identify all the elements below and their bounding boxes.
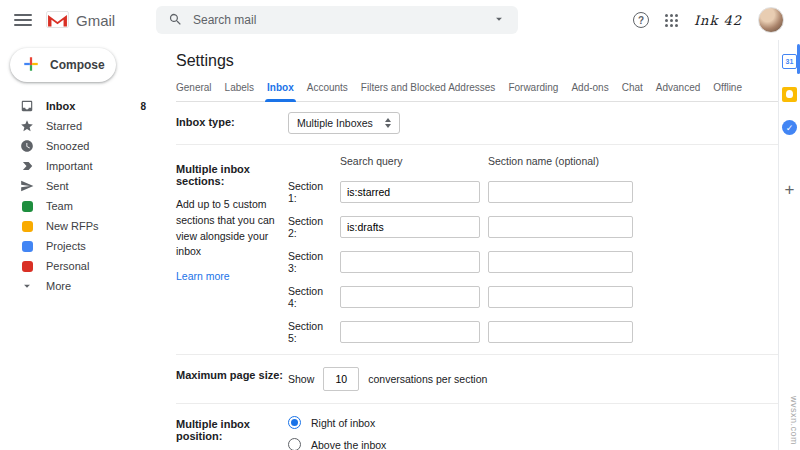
right-side-panel: 31 ✓ + [778,40,800,450]
calendar-icon[interactable]: 31 [782,54,797,69]
sidebar-item[interactable]: Important [0,156,160,176]
search-options-chevron-icon[interactable] [492,12,506,28]
sections-table: Search query Section name (optional) Sec… [288,155,633,344]
section-query-input[interactable] [340,181,480,203]
settings-tab[interactable]: Accounts [307,82,348,93]
settings-tab[interactable]: Offline [713,82,742,93]
inbox-type-row: Inbox type: Multiple Inboxes [176,102,778,145]
sidebar-item-icon [20,239,34,253]
sidebar-item-icon [20,119,34,133]
section-name-input[interactable] [488,251,633,273]
search-bar[interactable] [156,6,518,34]
section-query-input[interactable] [340,286,480,308]
sidebar-nav: Inbox 8 Starred Snoozed Important Sen [0,96,160,296]
radio-icon [288,438,301,450]
watermark: wvsxn.com [789,396,799,445]
sidebar-item-label: Team [46,200,73,212]
settings-tab[interactable]: Labels [225,82,254,93]
settings-tab[interactable]: Filters and Blocked Addresses [361,82,496,93]
sidebar-item[interactable]: New RFPs [0,216,160,236]
apps-grid-icon[interactable] [665,14,678,27]
sidebar-item-label: Starred [46,120,82,132]
compose-plus-icon [22,55,40,75]
position-option-label: Right of inbox [311,417,375,429]
tasks-icon[interactable]: ✓ [782,120,797,135]
sidebar-item-label: Personal [46,260,89,272]
inbox-type-select[interactable]: Multiple Inboxes [288,112,400,134]
sidebar-item-icon [20,159,34,173]
section-query-input[interactable] [340,216,480,238]
section-name-input[interactable] [488,181,633,203]
sections-row: Multiple inbox sections: Add up to 5 cus… [176,145,778,355]
settings-tab[interactable]: Add-ons [571,82,608,93]
learn-more-link[interactable]: Learn more [176,270,230,282]
sidebar-item[interactable]: Team [0,196,160,216]
sidebar-item-label: New RFPs [46,220,99,232]
settings-page: Settings General Labels Inbox Accounts F… [160,40,778,450]
sidebar-item[interactable]: Projects [0,236,160,256]
position-options: Right of inbox Above the inbox Below the… [288,414,386,450]
position-label: Multiple inbox position: [176,414,288,450]
search-input[interactable] [193,13,482,27]
radio-icon [288,416,301,429]
unread-count-badge: 8 [140,101,146,112]
sections-label: Multiple inbox sections: [176,159,288,187]
sidebar-item[interactable]: More [0,276,160,296]
settings-tab[interactable]: Advanced [656,82,700,93]
sidebar-item[interactable]: Sent [0,176,160,196]
position-option-label: Above the inbox [311,439,386,450]
compose-button[interactable]: Compose [10,48,116,82]
sidebar-item[interactable]: Inbox 8 [0,96,160,116]
section-name-input[interactable] [488,286,633,308]
section-name-input[interactable] [488,321,633,343]
section-label: Section 4: [288,285,332,309]
gmail-logo[interactable]: Gmail [46,11,150,30]
position-option[interactable]: Right of inbox [288,416,386,429]
position-option[interactable]: Above the inbox [288,438,386,450]
section-name-input[interactable] [488,216,633,238]
sections-description: Add up to 5 custom sections that you can… [176,197,288,260]
sidebar-item-label: Inbox [46,100,75,112]
page-size-prefix: Show [288,373,314,385]
search-query-column-header: Search query [340,155,480,169]
sidebar-item-icon [20,179,34,193]
keep-icon[interactable] [782,87,797,102]
section-query-input[interactable] [340,251,480,273]
section-name-column-header: Section name (optional) [488,155,633,169]
page-size-input[interactable] [323,367,359,391]
search-icon[interactable] [168,12,183,29]
gmail-envelope-icon [46,11,69,30]
select-caret-icon [385,118,391,128]
sidebar-item[interactable]: Starred [0,116,160,136]
sidebar-item-icon [20,139,34,153]
help-icon[interactable]: ? [633,12,649,28]
settings-tabs: General Labels Inbox Accounts Filters an… [176,82,778,102]
inbox-type-label: Inbox type: [176,112,288,134]
avatar[interactable] [758,7,784,33]
compose-label: Compose [50,58,105,72]
page-size-row: Maximum page size: Show conversations pe… [176,355,778,404]
settings-tab[interactable]: Inbox [267,82,294,93]
settings-tab[interactable]: General [176,82,212,93]
sidebar-item-icon [20,259,34,273]
settings-tab[interactable]: Chat [622,82,643,93]
page-size-label: Maximum page size: [176,365,288,393]
sidebar-item[interactable]: Personal [0,256,160,276]
sidebar-item-label: Projects [46,240,86,252]
sidebar-item-icon [20,279,34,293]
header-actions: ? Ink 42 [633,7,784,33]
sidebar-item-label: Snoozed [46,140,89,152]
sidebar-item-icon [20,99,34,113]
sidebar-item-icon [20,199,34,213]
section-label: Section 1: [288,180,332,204]
section-query-input[interactable] [340,321,480,343]
sidebar-item-icon [20,219,34,233]
menu-icon[interactable] [14,14,32,26]
settings-tab[interactable]: Forwarding [508,82,558,93]
sidebar-item[interactable]: Snoozed [0,136,160,156]
add-addon-icon[interactable]: + [785,181,795,198]
account-logo: Ink 42 [694,13,742,28]
section-label: Section 5: [288,320,332,344]
sidebar: Compose Inbox 8 Starred Snoozed Imp [0,40,160,450]
brand-text: Gmail [76,12,115,29]
